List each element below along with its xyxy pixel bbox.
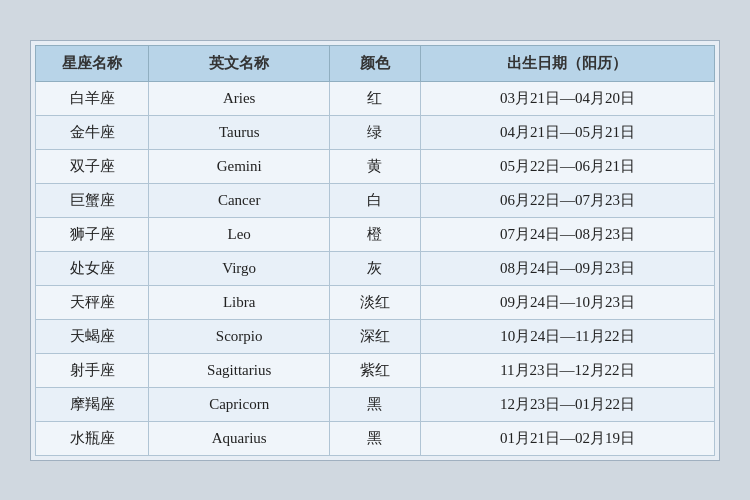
cell-color: 红 [330,81,421,115]
cell-english: Taurus [149,115,330,149]
cell-chinese: 天蝎座 [36,319,149,353]
table-row: 狮子座Leo橙07月24日—08月23日 [36,217,715,251]
cell-english: Aries [149,81,330,115]
table-header-row: 星座名称 英文名称 颜色 出生日期（阳历） [36,45,715,81]
cell-date: 05月22日—06月21日 [420,149,714,183]
table-row: 双子座Gemini黄05月22日—06月21日 [36,149,715,183]
table-row: 水瓶座Aquarius黑01月21日—02月19日 [36,421,715,455]
cell-date: 01月21日—02月19日 [420,421,714,455]
cell-color: 灰 [330,251,421,285]
cell-chinese: 水瓶座 [36,421,149,455]
cell-english: Gemini [149,149,330,183]
cell-english: Virgo [149,251,330,285]
cell-date: 03月21日—04月20日 [420,81,714,115]
cell-color: 黑 [330,387,421,421]
cell-date: 10月24日—11月22日 [420,319,714,353]
cell-chinese: 狮子座 [36,217,149,251]
cell-color: 淡红 [330,285,421,319]
table-row: 天秤座Libra淡红09月24日—10月23日 [36,285,715,319]
cell-color: 紫红 [330,353,421,387]
table-row: 金牛座Taurus绿04月21日—05月21日 [36,115,715,149]
table-row: 巨蟹座Cancer白06月22日—07月23日 [36,183,715,217]
cell-chinese: 处女座 [36,251,149,285]
cell-chinese: 巨蟹座 [36,183,149,217]
cell-color: 橙 [330,217,421,251]
header-english: 英文名称 [149,45,330,81]
table-row: 天蝎座Scorpio深红10月24日—11月22日 [36,319,715,353]
cell-color: 绿 [330,115,421,149]
zodiac-table: 星座名称 英文名称 颜色 出生日期（阳历） 白羊座Aries红03月21日—04… [35,45,715,456]
cell-date: 12月23日—01月22日 [420,387,714,421]
cell-date: 07月24日—08月23日 [420,217,714,251]
cell-english: Aquarius [149,421,330,455]
cell-chinese: 天秤座 [36,285,149,319]
cell-date: 04月21日—05月21日 [420,115,714,149]
table-row: 摩羯座Capricorn黑12月23日—01月22日 [36,387,715,421]
cell-date: 08月24日—09月23日 [420,251,714,285]
table-row: 处女座Virgo灰08月24日—09月23日 [36,251,715,285]
cell-date: 09月24日—10月23日 [420,285,714,319]
cell-chinese: 摩羯座 [36,387,149,421]
cell-color: 深红 [330,319,421,353]
cell-color: 白 [330,183,421,217]
header-color: 颜色 [330,45,421,81]
cell-english: Sagittarius [149,353,330,387]
table-body: 白羊座Aries红03月21日—04月20日金牛座Taurus绿04月21日—0… [36,81,715,455]
zodiac-table-container: 星座名称 英文名称 颜色 出生日期（阳历） 白羊座Aries红03月21日—04… [30,40,720,461]
table-row: 白羊座Aries红03月21日—04月20日 [36,81,715,115]
cell-english: Libra [149,285,330,319]
header-chinese: 星座名称 [36,45,149,81]
table-row: 射手座Sagittarius紫红11月23日—12月22日 [36,353,715,387]
cell-chinese: 双子座 [36,149,149,183]
cell-chinese: 射手座 [36,353,149,387]
cell-date: 06月22日—07月23日 [420,183,714,217]
header-date: 出生日期（阳历） [420,45,714,81]
cell-color: 黑 [330,421,421,455]
cell-english: Cancer [149,183,330,217]
cell-date: 11月23日—12月22日 [420,353,714,387]
cell-chinese: 金牛座 [36,115,149,149]
cell-color: 黄 [330,149,421,183]
cell-english: Leo [149,217,330,251]
cell-english: Scorpio [149,319,330,353]
cell-english: Capricorn [149,387,330,421]
cell-chinese: 白羊座 [36,81,149,115]
